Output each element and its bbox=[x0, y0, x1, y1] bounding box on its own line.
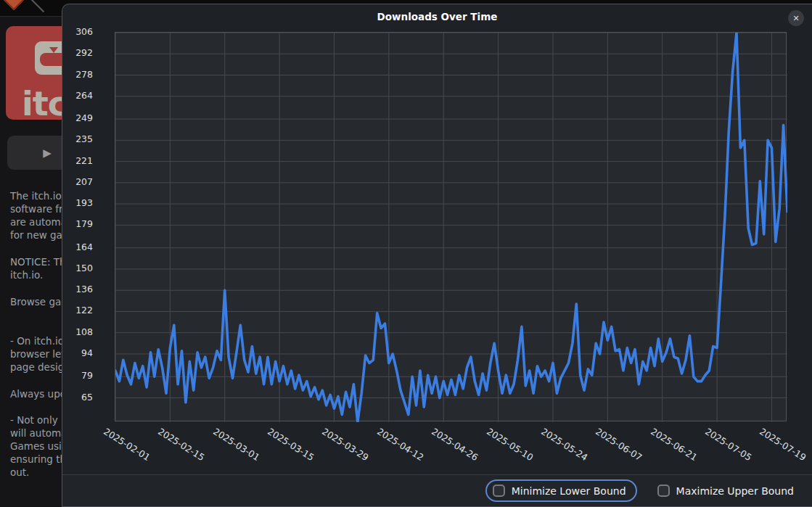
x-tick-label: 2025-03-15 bbox=[266, 426, 316, 463]
y-tick-label: 179 bbox=[67, 218, 93, 229]
y-tick-label: 193 bbox=[67, 197, 93, 208]
app-description-paragraph: - On itch.iobrowser letpage desig bbox=[10, 334, 62, 374]
x-tick-label: 2025-05-10 bbox=[485, 426, 536, 463]
y-tick-label: 235 bbox=[67, 133, 93, 144]
x-tick-label: 2025-06-21 bbox=[649, 426, 700, 463]
app-description-text: The itch.iosoftware frare automafor new … bbox=[0, 174, 62, 507]
checkbox-box-icon[interactable] bbox=[493, 485, 505, 497]
x-tick-label: 2025-05-24 bbox=[539, 426, 590, 463]
x-tick-label: 2025-03-01 bbox=[211, 426, 262, 463]
app-description-paragraph: - Not onlywill automaGames usinensuring … bbox=[10, 413, 62, 479]
downloads-chart-dialog: Downloads Over Time ✕ 306292278264249235… bbox=[62, 4, 812, 507]
y-tick-label: 164 bbox=[67, 242, 93, 252]
itch-io-brand-text: itc bbox=[22, 84, 67, 120]
x-tick-label: 2025-07-05 bbox=[703, 426, 754, 463]
y-tick-label: 278 bbox=[67, 69, 93, 80]
chart-plot-area bbox=[115, 32, 787, 421]
play-icon: ▶ bbox=[43, 147, 52, 160]
y-tick-label: 65 bbox=[67, 392, 93, 403]
y-tick-label: 306 bbox=[67, 26, 93, 37]
y-tick-label: 94 bbox=[67, 347, 93, 358]
app-description-paragraph: The itch.iosoftware frare automafor new … bbox=[10, 189, 62, 242]
y-tick-label: 249 bbox=[67, 112, 93, 123]
maximize-upper-bound-checkbox[interactable]: Maximize Upper Bound bbox=[650, 479, 805, 502]
minimize-lower-bound-checkbox[interactable]: Minimize Lower Bound bbox=[485, 479, 637, 502]
close-button[interactable]: ✕ bbox=[788, 10, 804, 26]
caret-icon bbox=[31, 0, 44, 12]
app-logo-icon bbox=[4, 0, 24, 10]
y-tick-label: 122 bbox=[67, 305, 93, 316]
y-tick-label: 79 bbox=[67, 370, 93, 381]
dialog-footer: Minimize Lower Bound Maximize Upper Boun… bbox=[62, 474, 812, 506]
downloads-series-line bbox=[115, 33, 787, 422]
checkbox-label: Maximize Upper Bound bbox=[676, 485, 794, 497]
x-tick-label: 2025-04-26 bbox=[430, 426, 480, 463]
x-tick-label: 2025-03-29 bbox=[321, 426, 372, 463]
x-tick-label: 2025-02-15 bbox=[156, 426, 207, 463]
checkbox-box-icon[interactable] bbox=[657, 485, 670, 497]
x-tick-label: 2025-04-12 bbox=[375, 426, 426, 463]
y-tick-label: 108 bbox=[67, 326, 93, 337]
app-description-paragraph: NOTICE: Thitch.io. bbox=[10, 255, 62, 281]
y-tick-label: 207 bbox=[67, 176, 93, 187]
app-description-paragraph: Browse gam bbox=[10, 295, 62, 308]
dialog-title: Downloads Over Time bbox=[62, 11, 812, 22]
y-tick-label: 221 bbox=[67, 155, 93, 166]
x-tick-label: 2025-06-07 bbox=[594, 426, 644, 463]
checkbox-label: Minimize Lower Bound bbox=[512, 485, 626, 497]
y-tick-label: 136 bbox=[67, 284, 93, 294]
y-tick-label: 292 bbox=[67, 47, 93, 58]
app-description-paragraph: Always upd bbox=[10, 387, 62, 400]
y-tick-label: 150 bbox=[67, 263, 93, 273]
x-tick-label: 2025-07-19 bbox=[758, 426, 809, 463]
close-icon: ✕ bbox=[792, 14, 799, 23]
downloads-line-chart bbox=[115, 33, 787, 422]
x-tick-label: 2025-02-01 bbox=[102, 426, 152, 463]
y-tick-label: 264 bbox=[67, 90, 93, 101]
